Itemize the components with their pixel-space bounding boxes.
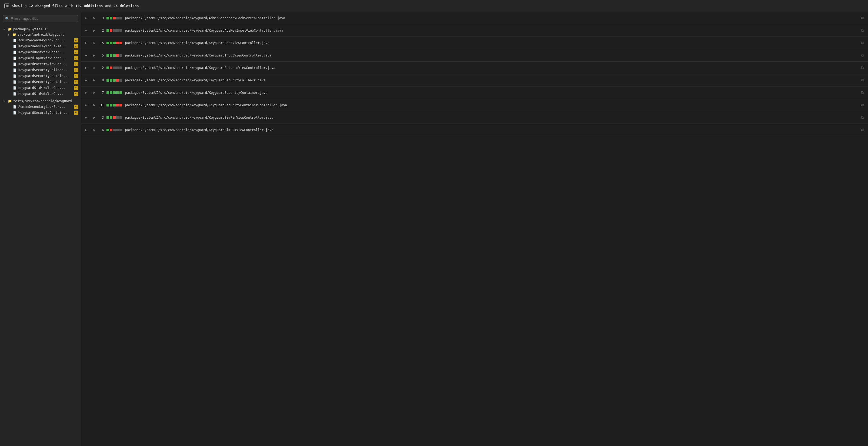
diff-block bbox=[119, 17, 122, 20]
file-icon: 📄 bbox=[13, 51, 17, 54]
file-path: packages/SystemUI/src/com/android/keygua… bbox=[125, 41, 858, 45]
toggle-files-icon[interactable] bbox=[4, 3, 9, 8]
copy-path-icon[interactable]: ⧉ bbox=[861, 16, 864, 20]
file-name: KeyguardPatternViewCon... bbox=[19, 62, 67, 66]
diff-block bbox=[116, 66, 119, 69]
subfolder-label: src/com/android/keyguard bbox=[18, 33, 64, 36]
copy-path-icon[interactable]: ⧉ bbox=[861, 127, 864, 132]
file-path: packages/SystemUI/src/com/android/keygua… bbox=[125, 128, 858, 132]
tree-file-item[interactable]: 📄 KeyguardSimPinViewCon... bbox=[0, 85, 81, 91]
tree-file-item[interactable]: 📄 KeyguardInputViewContr... bbox=[0, 55, 81, 61]
copy-path-icon[interactable]: ⧉ bbox=[861, 28, 864, 33]
file-name: KeyguardAbsKeyInputVie... bbox=[19, 44, 67, 48]
diff-block bbox=[106, 66, 109, 69]
folder-tests-keyguard[interactable]: ▼ 📁 tests/src/com/android/keyguard bbox=[0, 98, 81, 104]
diff-block bbox=[119, 116, 122, 119]
chevron-icon: ▼ bbox=[3, 28, 6, 31]
change-count: 2 bbox=[97, 29, 104, 32]
modified-badge bbox=[74, 44, 78, 49]
move-icon: ⊕ bbox=[92, 28, 95, 33]
expand-icon[interactable]: ▶ bbox=[85, 128, 90, 131]
copy-path-icon[interactable]: ⧉ bbox=[861, 90, 864, 95]
diff-block bbox=[113, 17, 116, 20]
expand-icon[interactable]: ▶ bbox=[85, 103, 90, 107]
file-diff-row[interactable]: ▶ ⊕ 3 packages/SystemUI/src/com/android/… bbox=[81, 12, 868, 24]
diff-bar bbox=[106, 104, 122, 107]
expand-icon[interactable]: ▶ bbox=[85, 54, 90, 57]
expand-icon[interactable]: ▶ bbox=[85, 79, 90, 82]
file-diff-row[interactable]: ▶ ⊕ 2 packages/SystemUI/src/com/android/… bbox=[81, 62, 868, 74]
tree-file-item[interactable]: 📄 KeyguardAbsKeyInputVie... bbox=[0, 43, 81, 49]
diff-block bbox=[110, 17, 113, 20]
file-icon: 📄 bbox=[13, 111, 17, 115]
diff-block bbox=[110, 54, 113, 57]
modified-badge bbox=[74, 56, 78, 60]
file-icon: 📄 bbox=[13, 62, 17, 66]
file-path: packages/SystemUI/src/com/android/keygua… bbox=[125, 66, 858, 70]
tree-file-item[interactable]: 📄 KeyguardSecurityContain... bbox=[0, 73, 81, 79]
tree-file-item[interactable]: 📄 AdminSecondaryLockScr... bbox=[0, 37, 81, 43]
diff-block bbox=[116, 17, 119, 20]
file-path: packages/SystemUI/src/com/android/keygua… bbox=[125, 54, 858, 57]
top-bar: Showing 12 changed files with 102 additi… bbox=[0, 0, 868, 12]
expand-icon[interactable]: ▶ bbox=[85, 17, 90, 20]
tree-file-item[interactable]: 📄 KeyguardSecurityContain... bbox=[0, 110, 81, 116]
diff-block bbox=[113, 54, 116, 57]
folder-icon: 📁 bbox=[8, 27, 12, 31]
file-diff-row[interactable]: ▶ ⊕ 3 packages/SystemUI/src/com/android/… bbox=[81, 111, 868, 124]
copy-path-icon[interactable]: ⧉ bbox=[861, 53, 864, 58]
diff-block bbox=[113, 66, 116, 69]
file-name: KeyguardSimPukViewCo... bbox=[19, 92, 63, 96]
diff-content: ▶ ⊕ 3 packages/SystemUI/src/com/android/… bbox=[81, 12, 868, 446]
file-name: KeyguardSecurityCallbac... bbox=[19, 68, 69, 72]
modified-badge bbox=[74, 80, 78, 84]
file-diff-row[interactable]: ▶ ⊕ 15 packages/SystemUI/src/com/android… bbox=[81, 37, 868, 49]
file-inner: 📄 KeyguardAbsKeyInputVie... bbox=[13, 44, 74, 48]
file-icon: 📄 bbox=[13, 57, 17, 60]
file-diff-row[interactable]: ▶ ⊕ 5 packages/SystemUI/src/com/android/… bbox=[81, 49, 868, 62]
expand-icon[interactable]: ▶ bbox=[85, 29, 90, 32]
tree-file-item[interactable]: 📄 KeyguardSecurityContain... bbox=[0, 79, 81, 85]
folder-icon: 📁 bbox=[12, 33, 16, 36]
diff-block bbox=[106, 41, 109, 44]
file-diff-row[interactable]: ▶ ⊕ 6 packages/SystemUI/src/com/android/… bbox=[81, 124, 868, 136]
search-input[interactable] bbox=[11, 17, 76, 21]
tree-file-item[interactable]: 📄 KeyguardSecurityCallbac... bbox=[0, 67, 81, 73]
copy-path-icon[interactable]: ⧉ bbox=[861, 115, 864, 120]
diff-block bbox=[110, 79, 113, 82]
diff-block bbox=[106, 116, 109, 119]
expand-icon[interactable]: ▶ bbox=[85, 66, 90, 69]
copy-path-icon[interactable]: ⧉ bbox=[861, 65, 864, 70]
change-count: 7 bbox=[97, 91, 104, 95]
subfolder-src-keyguard[interactable]: ▼ 📁 src/com/android/keyguard bbox=[0, 32, 81, 37]
tree-file-item[interactable]: 📄 KeyguardPatternViewCon... bbox=[0, 61, 81, 67]
change-count: 31 bbox=[97, 103, 104, 107]
copy-path-icon[interactable]: ⧉ bbox=[861, 103, 864, 107]
copy-path-icon[interactable]: ⧉ bbox=[861, 78, 864, 83]
expand-icon[interactable]: ▶ bbox=[85, 91, 90, 94]
search-box[interactable]: 🔍 bbox=[3, 15, 78, 22]
file-diff-row[interactable]: ▶ ⊕ 31 packages/SystemUI/src/com/android… bbox=[81, 99, 868, 111]
copy-path-icon[interactable]: ⧉ bbox=[861, 40, 864, 45]
diff-block bbox=[119, 41, 122, 44]
file-name: KeyguardSecurityContain... bbox=[19, 74, 69, 78]
file-inner: 📄 KeyguardPatternViewCon... bbox=[13, 62, 74, 66]
folder-packages-systemui[interactable]: ▼ 📁 packages/SystemUI bbox=[0, 27, 81, 32]
expand-icon[interactable]: ▶ bbox=[85, 116, 90, 119]
diff-block bbox=[119, 66, 122, 69]
file-diff-row[interactable]: ▶ ⊕ 2 packages/SystemUI/src/com/android/… bbox=[81, 24, 868, 37]
tree-file-item[interactable]: 📄 KeyguardHostViewContr... bbox=[0, 49, 81, 55]
diff-block bbox=[106, 79, 109, 82]
tree-file-item[interactable]: 📄 AdminSecondaryLockScr... bbox=[0, 104, 81, 110]
expand-icon[interactable]: ▶ bbox=[85, 41, 90, 44]
diff-block bbox=[116, 116, 119, 119]
file-name: KeyguardSecurityContain... bbox=[19, 80, 69, 84]
diff-block bbox=[116, 54, 119, 57]
diff-block bbox=[106, 29, 109, 32]
file-inner: 📄 KeyguardSecurityContain... bbox=[13, 111, 74, 115]
file-icon: 📄 bbox=[13, 86, 17, 90]
tree-file-item[interactable]: 📄 KeyguardSimPukViewCo... bbox=[0, 91, 81, 97]
file-diff-row[interactable]: ▶ ⊕ 9 packages/SystemUI/src/com/android/… bbox=[81, 74, 868, 87]
file-diff-row[interactable]: ▶ ⊕ 7 packages/SystemUI/src/com/android/… bbox=[81, 87, 868, 99]
move-icon: ⊕ bbox=[92, 78, 95, 83]
